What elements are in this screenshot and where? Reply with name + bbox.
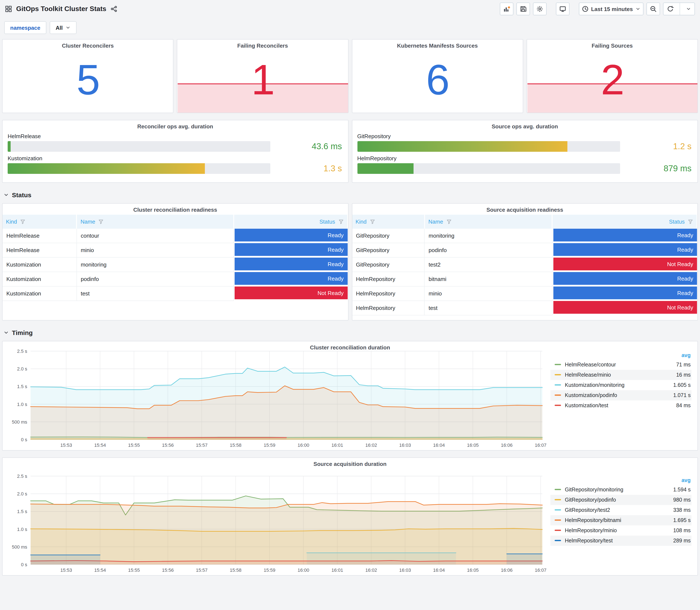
stat-panel[interactable]: Kubernetes Manifests Sources 6 <box>352 39 523 113</box>
zoom-out-button[interactable] <box>647 2 660 15</box>
variable-label-namespace[interactable]: namespace <box>4 21 46 34</box>
grafana-dashboard: GitOps Toolkit Cluster Stats Last 15 min… <box>0 0 700 610</box>
legend-avg-header[interactable]: avg <box>550 351 691 359</box>
svg-text:16:02: 16:02 <box>365 443 377 448</box>
column-header-status[interactable]: Status <box>233 215 347 229</box>
svg-text:15:58: 15:58 <box>230 443 241 448</box>
cell-name: minio <box>77 243 233 257</box>
filter-icon[interactable] <box>370 219 375 224</box>
table-row[interactable]: HelmRepository minio Ready <box>352 286 697 301</box>
gauge-fill <box>7 141 11 152</box>
cell-name: podinfo <box>77 272 233 286</box>
dashboard-header: GitOps Toolkit Cluster Stats Last 15 min… <box>0 0 700 18</box>
legend-item[interactable]: Kustomization/test 84 ms <box>550 400 691 411</box>
legend-item[interactable]: HelmRelease/contour 71 ms <box>550 359 691 370</box>
column-header-kind[interactable]: Kind <box>352 215 425 229</box>
svg-text:1.5 s: 1.5 s <box>17 509 27 514</box>
table-row[interactable]: HelmRelease minio Ready <box>2 243 347 257</box>
section-header-status[interactable]: Status <box>3 190 697 200</box>
cell-name: monitoring <box>425 229 552 243</box>
cell-kind: GitRepository <box>352 243 425 257</box>
filter-icon[interactable] <box>688 219 693 224</box>
filter-icon[interactable] <box>446 219 452 224</box>
panel-title: Failing Sources <box>527 39 698 49</box>
table-row[interactable]: GitRepository test2 Not Ready <box>352 257 697 272</box>
legend-item[interactable]: GitRepository/monitoring 1.594 s <box>550 484 691 495</box>
series-name: HelmRepository/minio <box>565 527 673 533</box>
column-header-name[interactable]: Name <box>77 215 233 229</box>
table-row[interactable]: HelmRelease contour Ready <box>2 229 347 243</box>
svg-text:16:07: 16:07 <box>535 567 547 573</box>
variable-name: namespace <box>10 25 40 31</box>
series-name: HelmRelease/contour <box>565 362 676 368</box>
legend-item[interactable]: GitRepository/test2 338 ms <box>550 505 691 515</box>
table-row[interactable]: GitRepository monitoring Ready <box>352 229 697 243</box>
svg-text:16:06: 16:06 <box>501 443 512 448</box>
legend-item[interactable]: HelmRelease/minio 16 ms <box>550 370 691 380</box>
chevron-down-icon <box>3 330 9 335</box>
chevron-down-icon <box>66 25 71 30</box>
svg-text:500 ms: 500 ms <box>12 544 27 550</box>
time-range-picker[interactable]: Last 15 minutes <box>579 2 644 15</box>
section-header-timing[interactable]: Timing <box>3 327 697 338</box>
gauge-panel[interactable]: Source ops avg. duration GitRepository 1… <box>352 120 698 183</box>
column-header-name[interactable]: Name <box>425 215 552 229</box>
svg-text:15:59: 15:59 <box>264 567 275 573</box>
readiness-table: Kind Name Status GitRepository monitorin… <box>352 215 698 316</box>
dashboard-settings-button[interactable] <box>533 2 547 15</box>
legend-item[interactable]: HelmRepository/test 289 ms <box>550 535 691 546</box>
table-row[interactable]: HelmRepository bitnami Ready <box>352 272 697 286</box>
table-panel[interactable]: Cluster reconciliation readiness Kind Na… <box>2 203 348 321</box>
gauge-panel[interactable]: Reconciler ops avg. duration HelmRelease… <box>2 120 348 183</box>
variable-value-dropdown[interactable]: All <box>50 21 77 34</box>
svg-text:16:06: 16:06 <box>501 567 512 573</box>
tv-mode-icon <box>559 5 566 12</box>
series-avg-value: 1.594 s <box>673 486 691 493</box>
timeseries-panel[interactable]: 0 s500 ms1.0 s1.5 s2.0 s2.5 s15:5315:541… <box>2 341 698 451</box>
tv-mode-button[interactable] <box>556 2 569 15</box>
refresh-icon[interactable] <box>664 3 677 15</box>
timeseries-panel[interactable]: 0 s500 ms1.0 s1.5 s2.0 s2.5 s15:5315:541… <box>2 458 698 576</box>
apps-grid-icon[interactable] <box>5 5 12 12</box>
table-row[interactable]: GitRepository podinfo Ready <box>352 243 697 257</box>
filter-icon[interactable] <box>98 219 104 224</box>
legend-item[interactable]: HelmRepository/minio 108 ms <box>550 525 691 535</box>
stat-panels-row: Cluster Reconcilers 5Failing Reconcilers… <box>2 39 698 113</box>
refresh-button[interactable] <box>663 2 695 15</box>
svg-text:16:00: 16:00 <box>297 567 309 573</box>
section-title: Status <box>12 191 31 198</box>
chevron-down-icon[interactable] <box>683 3 695 15</box>
column-header-status[interactable]: Status <box>552 215 697 229</box>
status-badge: Ready <box>553 229 697 242</box>
stat-panel[interactable]: Cluster Reconcilers 5 <box>2 39 174 113</box>
legend-avg-header[interactable]: avg <box>550 476 691 484</box>
legend-item[interactable]: GitRepository/podinfo 980 ms <box>550 495 691 505</box>
table-row[interactable]: Kustomization podinfo Ready <box>2 272 347 286</box>
series-name: Kustomization/test <box>565 402 676 408</box>
stat-panel[interactable]: Failing Sources 2 <box>526 39 698 113</box>
share-alt-icon[interactable] <box>111 5 117 12</box>
stat-value: 5 <box>2 39 173 113</box>
stat-panel[interactable]: Failing Reconcilers 1 <box>177 39 348 113</box>
series-color-dash <box>555 530 561 531</box>
table-row[interactable]: Kustomization monitoring Ready <box>2 257 347 272</box>
add-panel-icon <box>503 5 510 12</box>
series-avg-value: 289 ms <box>673 537 691 544</box>
legend-item[interactable]: Kustomization/monitoring 1.605 s <box>550 380 691 390</box>
gauge-fill <box>357 141 567 152</box>
add-panel-button[interactable] <box>500 2 513 15</box>
cell-kind: GitRepository <box>352 257 425 272</box>
filter-icon[interactable] <box>20 219 26 224</box>
cell-kind: HelmRepository <box>352 301 425 315</box>
table-panel[interactable]: Source acquisition readiness Kind Name S… <box>352 203 698 321</box>
series-avg-value: 1.605 s <box>673 382 691 388</box>
gauge-label: Kustomization <box>7 155 343 162</box>
legend-item[interactable]: Kustomization/podinfo 1.071 s <box>550 390 691 400</box>
filter-icon[interactable] <box>338 219 344 224</box>
table-row[interactable]: HelmRepository test Not Ready <box>352 301 697 315</box>
cell-name: minio <box>425 286 552 301</box>
table-row[interactable]: Kustomization test Not Ready <box>2 286 347 301</box>
legend-item[interactable]: HelmRepository/bitnami 1.695 s <box>550 515 691 525</box>
save-dashboard-button[interactable] <box>516 2 530 15</box>
column-header-kind[interactable]: Kind <box>2 215 77 229</box>
